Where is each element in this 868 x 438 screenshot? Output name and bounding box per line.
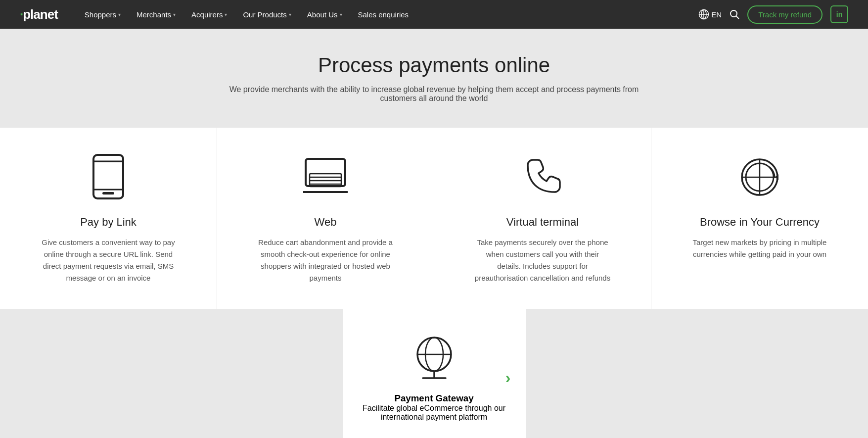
hero-section: Process payments online We provide merch… (0, 29, 868, 118)
language-selector[interactable]: EN (698, 9, 722, 20)
web-desc: Reduce cart abandonment and provide a sm… (256, 237, 395, 284)
cards-row: Pay by Link Give customers a convenient … (0, 128, 868, 309)
chevron-down-icon: ▾ (118, 12, 121, 17)
search-icon[interactable] (730, 9, 739, 19)
browse-currency-card: Browse in Your Currency Target new marke… (651, 128, 868, 309)
chevron-down-icon: ▾ (225, 12, 227, 17)
nav-links: Shoppers ▾ Merchants ▾ Acquirers ▾ Our P… (78, 6, 699, 23)
hero-subtitle: We provide merchants with the ability to… (212, 85, 657, 103)
svg-rect-10 (306, 159, 345, 186)
globe-stand-icon (410, 334, 459, 383)
svg-point-4 (731, 10, 737, 17)
navigation: ·planet Shoppers ▾ Merchants ▾ Acquirers… (0, 0, 868, 29)
cards-section: Pay by Link Give customers a convenient … (0, 118, 868, 309)
chevron-down-icon: ▾ (340, 12, 342, 17)
nav-right: EN Track my refund in (698, 5, 848, 24)
browse-currency-desc: Target new markets by pricing in multipl… (690, 237, 829, 260)
chevron-down-icon: ▾ (173, 12, 176, 17)
carousel-next-bottom-icon[interactable]: › (505, 369, 511, 387)
svg-line-5 (736, 16, 739, 19)
nav-merchants[interactable]: Merchants ▾ (130, 6, 183, 23)
globe-circle-icon (735, 152, 784, 202)
web-title: Web (315, 216, 337, 229)
telephone-icon (518, 152, 567, 202)
pay-by-link-desc: Give customers a convenient way to pay o… (39, 237, 178, 284)
pay-by-link-title: Pay by Link (80, 216, 137, 229)
svg-rect-7 (102, 192, 114, 195)
nav-about-us[interactable]: About Us ▾ (300, 6, 349, 23)
laptop-icon (301, 152, 350, 202)
nav-shoppers[interactable]: Shoppers ▾ (78, 6, 128, 23)
logo[interactable]: ·planet (20, 7, 58, 22)
payment-gateway-desc: Facilitate global eCommerce through our … (363, 404, 506, 422)
web-card: Web Reduce cart abandonment and provide … (217, 128, 434, 309)
hero-title: Process payments online (20, 53, 848, 77)
second-row-inner: Payment Gateway Facilitate global eComme… (0, 309, 868, 438)
virtual-terminal-card: Virtual terminal Take payments securely … (434, 128, 651, 309)
nav-our-products[interactable]: Our Products ▾ (236, 6, 298, 23)
globe-icon (698, 9, 709, 20)
chevron-down-icon: ▾ (289, 12, 291, 17)
nav-sales-enquiries[interactable]: Sales enquiries (351, 6, 416, 23)
payment-gateway-title: Payment Gateway (394, 393, 473, 404)
phone-icon (84, 152, 133, 202)
linkedin-icon[interactable]: in (830, 5, 848, 23)
pay-by-link-card: Pay by Link Give customers a convenient … (0, 128, 217, 309)
browse-currency-title: Browse in Your Currency (700, 216, 820, 229)
payment-gateway-card: Payment Gateway Facilitate global eComme… (343, 309, 526, 438)
track-refund-button[interactable]: Track my refund (747, 5, 822, 24)
nav-acquirers[interactable]: Acquirers ▾ (184, 6, 234, 23)
second-row-section: Payment Gateway Facilitate global eComme… (0, 309, 868, 438)
virtual-terminal-desc: Take payments securely over the phone wh… (473, 237, 612, 284)
virtual-terminal-title: Virtual terminal (506, 216, 579, 229)
